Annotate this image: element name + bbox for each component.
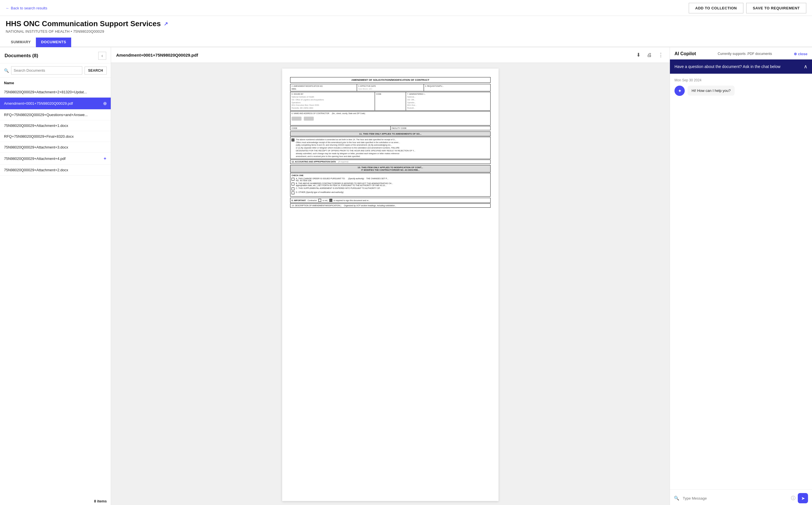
doc-item-name: 75N98020Q00029+Attachment+4.pdf <box>4 157 103 161</box>
doc-item-name: 75N98020Q00029+Attachment+1.docx <box>4 124 107 128</box>
main-content: Documents (8) ‹ 🔍 SEARCH Name 75N98020Q0… <box>0 47 812 505</box>
back-arrow-icon: ← <box>6 6 9 10</box>
sidebar-header: Documents (8) ‹ <box>0 47 111 63</box>
collapse-sidebar-button[interactable]: ‹ <box>98 52 106 60</box>
ai-close-button[interactable]: ⊗ close <box>794 52 807 56</box>
ai-subtitle: Currently supports .PDF documents <box>718 52 772 56</box>
download-button[interactable]: ⬇ <box>635 51 642 59</box>
pdf-section-11: 11. THIS ITEM ONLY APPLIES TO AMENDMENTS… <box>290 132 491 136</box>
ai-question-bar: Have a question about the document? Ask … <box>670 59 812 74</box>
doc-item-icon: ⊕ <box>103 101 107 106</box>
ai-send-button[interactable]: ➤ <box>798 493 808 503</box>
ai-question-text: Have a question about the document? Ask … <box>674 64 780 69</box>
ai-chat: Mon Sep 30 2024 ✦ Hi! How can I help you… <box>670 74 812 489</box>
top-actions: ADD TO COLLECTION SAVE TO REQUIREMENT <box>689 3 806 13</box>
doc-list: 75N98020Q00029+Attachment+2+81320+Updat.… <box>0 87 111 496</box>
page-title-text: HHS ONC Communication Support Services <box>6 19 161 28</box>
doc-list-item[interactable]: 75N98020Q00029+Attachment+1.docx <box>0 120 111 131</box>
tabs: SUMMARY DOCUMENTS <box>0 34 812 47</box>
doc-item-name: 75N98020Q00029+Attachment+2+81320+Updat.… <box>4 90 107 94</box>
doc-list-item[interactable]: Amendment+0001+75N98020Q00029.pdf⊕ <box>0 98 111 110</box>
back-link-label: Back to search results <box>11 6 47 10</box>
ai-message: ✦ Hi! How can I help you? <box>674 86 807 96</box>
doc-content[interactable]: AMENDMENT OF SOLICITATION/MODIFICATION O… <box>111 63 670 505</box>
back-link[interactable]: ← Back to search results <box>6 6 47 10</box>
ai-avatar: ✦ <box>674 86 685 96</box>
more-options-button[interactable]: ⋮ <box>657 51 665 59</box>
doc-list-item[interactable]: 75N98020Q00029+Attachment+2+81320+Updat.… <box>0 87 111 98</box>
close-circle-icon: ⊗ <box>794 52 797 56</box>
contract-id: 75N98020Q00029 <box>73 29 104 34</box>
doc-list-item[interactable]: RFQ+75N98020Q00029+Questions+and+Answe..… <box>0 110 111 120</box>
doc-list-item[interactable]: RFQ+75N98020Q00029+Final+8320.docx <box>0 131 111 142</box>
ai-panel-header: AI Copilot Currently supports .PDF docum… <box>670 47 812 59</box>
header-section: HHS ONC Communication Support Services ↗… <box>0 16 812 34</box>
add-to-collection-button[interactable]: ADD TO COLLECTION <box>689 3 743 13</box>
doc-item-name: 75N98020Q00029+Attachment+3.docx <box>4 145 107 149</box>
doc-list-item[interactable]: 75N98020Q00029+Attachment+3.docx <box>0 142 111 153</box>
subtitle-dot: • <box>71 29 73 34</box>
doc-item-icon: ✦ <box>103 156 107 161</box>
top-bar: ← Back to search results ADD TO COLLECTI… <box>0 0 812 16</box>
save-to-requirement-button[interactable]: SAVE TO REQUIREMENT <box>746 3 806 13</box>
search-button[interactable]: SEARCH <box>85 66 107 74</box>
page-subtitle: NATIONAL INSTITUTES OF HEALTH • 75N98020… <box>6 29 806 34</box>
pdf-main-title: AMENDMENT OF SOLICITATION/MODIFICATION O… <box>290 77 491 83</box>
search-input[interactable] <box>11 66 82 74</box>
doc-toolbar: ⬇ 🖨 ⋮ <box>635 51 665 59</box>
doc-list-item[interactable]: 75N98020Q00029+Attachment+2.docx <box>0 165 111 176</box>
items-count: 8 items <box>0 496 111 505</box>
doc-viewer: Amendment+0001+75N98020Q00029.pdf ⬇ 🖨 ⋮ … <box>111 47 670 505</box>
ai-expand-button[interactable]: ∧ <box>804 63 807 70</box>
external-link-icon[interactable]: ↗ <box>164 21 168 27</box>
doc-item-name: 75N98020Q00029+Attachment+2.docx <box>4 168 107 172</box>
tab-documents[interactable]: DOCUMENTS <box>36 37 71 47</box>
doc-item-name: RFQ+75N98020Q00029+Final+8320.docx <box>4 134 107 139</box>
close-label: close <box>798 52 807 56</box>
doc-item-name: Amendment+0001+75N98020Q00029.pdf <box>4 101 103 106</box>
ai-search-icon: 🔍 <box>674 496 679 501</box>
doc-list-item[interactable]: 75N98020Q00029+Attachment+4.pdf✦ <box>0 153 111 165</box>
doc-item-name: RFQ+75N98020Q00029+Questions+and+Answe..… <box>4 113 107 117</box>
org-name: NATIONAL INSTITUTES OF HEALTH <box>6 29 70 34</box>
ai-chat-date: Mon Sep 30 2024 <box>674 78 807 82</box>
left-sidebar: Documents (8) ‹ 🔍 SEARCH Name 75N98020Q0… <box>0 47 111 505</box>
search-icon: 🔍 <box>4 68 9 73</box>
ai-info-button[interactable]: ⓘ <box>791 495 796 501</box>
page-title: HHS ONC Communication Support Services ↗ <box>6 19 806 28</box>
doc-viewer-header: Amendment+0001+75N98020Q00029.pdf ⬇ 🖨 ⋮ <box>111 47 670 63</box>
ai-input-row: 🔍 ⓘ ➤ <box>670 489 812 505</box>
pdf-page: AMENDMENT OF SOLICITATION/MODIFICATION O… <box>282 68 499 501</box>
search-row: 🔍 SEARCH <box>0 63 111 78</box>
name-column-header: Name <box>4 81 14 85</box>
print-button[interactable]: 🖨 <box>646 51 653 59</box>
doc-list-header: Name <box>0 78 111 87</box>
ai-title: AI Copilot <box>674 51 696 56</box>
ai-message-input[interactable] <box>682 494 789 502</box>
ai-panel: AI Copilot Currently supports .PDF docum… <box>670 47 812 505</box>
ai-greeting-bubble: Hi! How can I help you? <box>688 86 734 96</box>
sidebar-title: Documents (8) <box>5 53 38 58</box>
doc-filename: Amendment+0001+75N98020Q00029.pdf <box>116 53 198 57</box>
tab-summary[interactable]: SUMMARY <box>6 37 36 47</box>
